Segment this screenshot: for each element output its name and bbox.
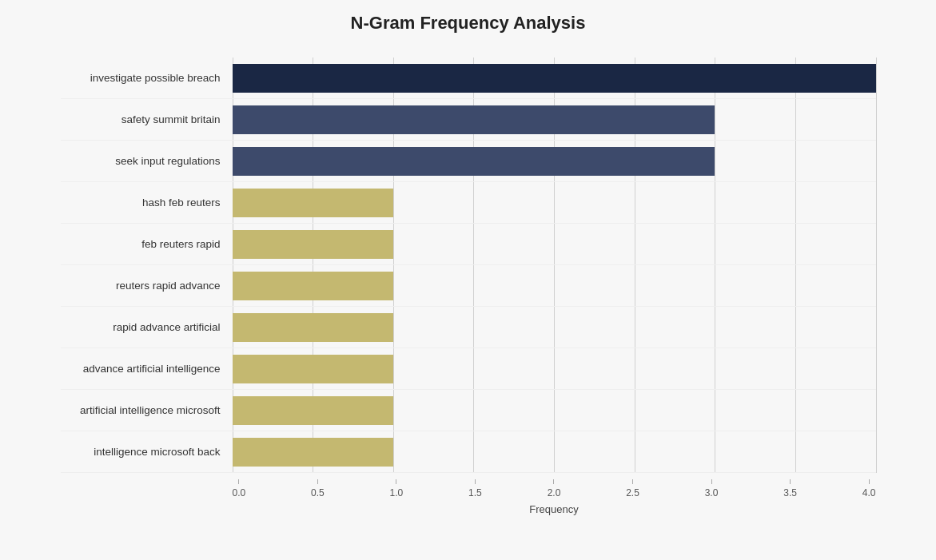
bar-track: [233, 313, 876, 342]
x-axis-ticks: 0.00.51.01.52.02.53.03.54.0: [233, 479, 876, 498]
x-tick-line: [317, 479, 318, 484]
x-tick: 0.0: [233, 479, 246, 498]
bar-fill: [233, 147, 715, 176]
x-tick-label: 1.5: [468, 487, 482, 498]
bar-label: feb reuters rapid: [61, 238, 233, 250]
bar-fill: [233, 230, 393, 259]
chart-area: investigate possible breachsafety summit…: [61, 58, 876, 473]
bar-label: hash feb reuters: [61, 197, 233, 209]
x-tick-line: [869, 479, 870, 484]
x-axis-label: Frequency: [61, 503, 876, 515]
bar-track: [233, 396, 876, 425]
x-tick-label: 2.0: [548, 487, 561, 498]
bar-track: [233, 147, 876, 176]
x-tick: 1.5: [468, 479, 482, 498]
x-tick-label: 2.5: [626, 487, 639, 498]
bar-track: [233, 64, 876, 93]
chart-container: N-Gram Frequency Analysis investigate po…: [29, 0, 908, 560]
grid-line: [876, 58, 877, 473]
x-tick-label: 0.5: [311, 487, 325, 498]
bar-label: reuters rapid advance: [61, 280, 233, 292]
bar-row: investigate possible breach: [61, 58, 876, 99]
bar-label: rapid advance artificial: [61, 321, 233, 333]
bar-track: [233, 438, 876, 467]
bar-label: safety summit britain: [61, 113, 233, 125]
x-tick-label: 0.0: [233, 487, 246, 498]
bar-track: [233, 355, 876, 383]
bar-label: artificial intelligence microsoft: [61, 404, 233, 416]
bar-label: investigate possible breach: [61, 72, 233, 84]
x-tick: 1.0: [390, 479, 404, 498]
x-tick-line: [238, 479, 239, 484]
bar-label: advance artificial intelligence: [61, 363, 233, 375]
bar-fill: [233, 189, 393, 217]
bar-row: safety summit britain: [61, 99, 876, 141]
bar-track: [233, 272, 876, 300]
bar-fill: [233, 438, 393, 467]
bar-fill: [233, 64, 876, 93]
bar-track: [233, 105, 876, 134]
x-tick-line: [553, 479, 554, 484]
bar-track: [233, 230, 876, 259]
x-tick-line: [711, 479, 712, 484]
x-tick: 3.5: [783, 479, 797, 498]
bar-row: reuters rapid advance: [61, 265, 876, 307]
x-tick: 0.5: [311, 479, 325, 498]
bar-row: artificial intelligence microsoft: [61, 390, 876, 431]
x-tick: 2.5: [626, 479, 639, 498]
bar-row: advance artificial intelligence: [61, 348, 876, 390]
bar-row: hash feb reuters: [61, 182, 876, 224]
x-tick-line: [475, 479, 476, 484]
x-tick: 2.0: [548, 479, 561, 498]
x-tick-line: [396, 479, 396, 484]
bar-fill: [233, 396, 393, 425]
chart-title: N-Gram Frequency Analysis: [61, 13, 876, 34]
x-tick-line: [632, 479, 633, 484]
bar-fill: [233, 272, 393, 300]
x-tick: 3.0: [705, 479, 719, 498]
bar-row: rapid advance artificial: [61, 307, 876, 348]
x-tick-label: 3.5: [783, 487, 797, 498]
x-tick: 4.0: [862, 479, 876, 498]
bar-label: seek input regulations: [61, 155, 233, 167]
bar-row: seek input regulations: [61, 141, 876, 182]
bar-track: [233, 189, 876, 217]
bar-fill: [233, 105, 715, 134]
bar-label: intelligence microsoft back: [61, 446, 233, 458]
bar-row: feb reuters rapid: [61, 224, 876, 265]
bar-row: intelligence microsoft back: [61, 431, 876, 473]
x-tick-label: 4.0: [862, 487, 876, 498]
bar-fill: [233, 313, 393, 342]
x-axis: 0.00.51.01.52.02.53.03.54.0: [61, 479, 876, 498]
bar-fill: [233, 355, 393, 383]
x-tick-line: [790, 479, 791, 484]
x-tick-label: 1.0: [390, 487, 404, 498]
x-tick-label: 3.0: [705, 487, 719, 498]
